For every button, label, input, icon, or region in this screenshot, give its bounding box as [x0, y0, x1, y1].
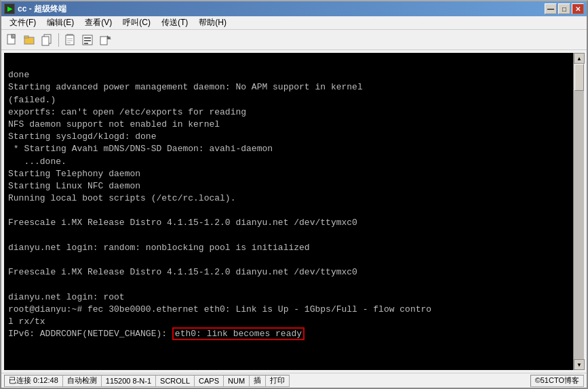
svg-rect-14 — [84, 40, 91, 41]
scrollbar-thumb[interactable] — [574, 64, 584, 91]
open-button[interactable] — [22, 32, 38, 48]
toolbar — [1, 30, 587, 50]
scrollbar[interactable]: ▲ ▼ — [573, 53, 584, 370]
paste-icon — [64, 34, 76, 46]
scroll-down-button[interactable]: ▼ — [574, 359, 585, 370]
terminal-line-1: done Starting advanced power management … — [8, 70, 431, 340]
copy-button[interactable] — [39, 32, 56, 48]
svg-rect-6 — [42, 37, 49, 45]
menu-file[interactable]: 文件(F) — [4, 16, 41, 29]
send-file-button[interactable] — [97, 32, 113, 48]
paste-button[interactable] — [62, 32, 78, 48]
menu-call[interactable]: 呼叫(C) — [117, 16, 156, 29]
main-window: ▶ cc - 超级终端 — □ ✕ 文件(F) 编辑(E) 查看(V) 呼叫(C… — [0, 0, 588, 389]
separator-1 — [58, 33, 59, 47]
status-num: NUM — [224, 375, 250, 387]
menu-transfer[interactable]: 传送(T) — [156, 16, 193, 29]
svg-rect-13 — [84, 37, 91, 39]
window-icon: ▶ — [4, 3, 15, 14]
properties-icon — [81, 34, 94, 46]
scrollbar-track[interactable] — [574, 64, 584, 359]
terminal[interactable]: done Starting advanced power management … — [4, 53, 573, 370]
svg-rect-4 — [24, 36, 28, 38]
scroll-up-button[interactable]: ▲ — [574, 53, 585, 64]
svg-rect-8 — [66, 35, 74, 45]
properties-button[interactable] — [79, 32, 96, 48]
status-bar: 已连接 0:12:48 自动检测 115200 8-N-1 SCROLL CAP… — [1, 373, 587, 388]
status-detection: 自动检测 — [63, 375, 102, 387]
title-bar-left: ▶ cc - 超级终端 — [4, 3, 66, 15]
highlighted-text: eth0: link becomes ready — [172, 327, 305, 340]
svg-rect-16 — [100, 37, 107, 45]
window-title: cc - 超级终端 — [18, 3, 66, 15]
status-scroll: SCROLL — [156, 375, 195, 387]
status-baud: 115200 8-N-1 — [102, 375, 156, 387]
terminal-content: done Starting advanced power management … — [8, 57, 569, 353]
close-button[interactable]: ✕ — [572, 3, 584, 14]
copy-icon — [41, 34, 54, 46]
new-icon — [6, 34, 18, 46]
status-print: 打印 — [266, 375, 290, 387]
menu-bar: 文件(F) 编辑(E) 查看(V) 呼叫(C) 传送(T) 帮助(H) — [1, 16, 587, 30]
status-insert: 插 — [250, 375, 266, 387]
open-icon — [24, 34, 36, 46]
svg-rect-15 — [84, 43, 88, 44]
send-icon — [99, 34, 111, 46]
minimize-button[interactable]: — — [545, 3, 557, 14]
menu-help[interactable]: 帮助(H) — [193, 16, 232, 29]
status-caps: CAPS — [195, 375, 224, 387]
status-brand: ©51CTO博客 — [530, 375, 584, 387]
maximize-button[interactable]: □ — [558, 3, 570, 14]
terminal-container: done Starting advanced power management … — [1, 50, 587, 373]
menu-view[interactable]: 查看(V) — [79, 16, 117, 29]
title-buttons: — □ ✕ — [545, 3, 584, 14]
new-button[interactable] — [4, 32, 20, 48]
menu-edit[interactable]: 编辑(E) — [41, 16, 79, 29]
title-bar: ▶ cc - 超级终端 — □ ✕ — [1, 1, 587, 16]
status-connection: 已连接 0:12:48 — [4, 375, 63, 387]
